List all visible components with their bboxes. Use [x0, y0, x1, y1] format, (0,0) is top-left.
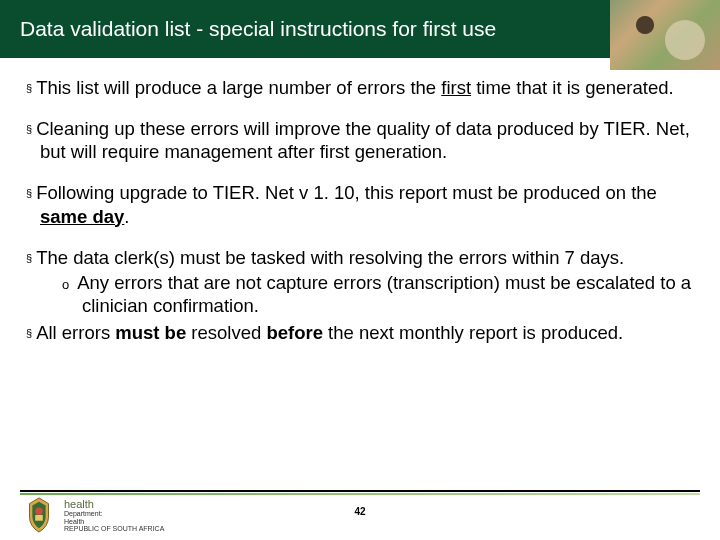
footer: health Department: Health REPUBLIC OF SO… — [0, 490, 720, 540]
bullet-4: §The data clerk(s) must be tasked with r… — [26, 246, 694, 269]
bullet-text: resolved — [186, 322, 266, 343]
dept-sub1: Department: — [64, 510, 164, 518]
svg-point-0 — [35, 507, 43, 515]
bullet-text: This list will produce a large number of… — [36, 77, 441, 98]
bullet-text: All errors — [36, 322, 115, 343]
bullet-text: . — [124, 206, 129, 227]
bullet-icon: § — [26, 252, 32, 264]
title-bar: Data validation list - special instructi… — [0, 0, 720, 58]
coat-of-arms-icon — [20, 496, 58, 534]
bullet-2: §Cleaning up these errors will improve t… — [26, 117, 694, 163]
bullet-text: Following upgrade to TIER. Net v 1. 10, … — [36, 182, 657, 203]
bullet-bold: before — [266, 322, 323, 343]
page-number: 42 — [354, 506, 365, 517]
bullet-block-4: §The data clerk(s) must be tasked with r… — [26, 246, 694, 345]
bullet-text: the next monthly report is produced. — [323, 322, 623, 343]
footer-divider — [20, 490, 700, 492]
bullet-bold: must be — [115, 322, 186, 343]
dept-name: health — [64, 498, 164, 510]
bullet-icon: § — [26, 82, 32, 94]
bullet-bold: same day — [40, 206, 124, 227]
bullet-icon: § — [26, 187, 32, 199]
bullet-underline: first — [441, 77, 471, 98]
slide-title: Data validation list - special instructi… — [20, 17, 496, 41]
bullet-text: The data clerk(s) must be tasked with re… — [36, 247, 624, 268]
bullet-icon: § — [26, 327, 32, 339]
dept-sub2: Health — [64, 518, 164, 526]
sub-bullet-4a: oAny errors that are not capture errors … — [26, 271, 694, 317]
bullet-5: §All errors must be resolved before the … — [26, 321, 694, 344]
dept-sub3: REPUBLIC OF SOUTH AFRICA — [64, 525, 164, 533]
content-area: §This list will produce a large number o… — [0, 58, 720, 344]
department-label: health Department: Health REPUBLIC OF SO… — [64, 498, 164, 533]
sub-bullet-icon: o — [62, 277, 69, 292]
bullet-icon: § — [26, 123, 32, 135]
svg-rect-1 — [35, 515, 43, 521]
header-photo — [610, 0, 720, 70]
bullet-text: Cleaning up these errors will improve th… — [36, 118, 690, 162]
bullet-1: §This list will produce a large number o… — [26, 76, 694, 99]
sub-bullet-text: Any errors that are not capture errors (… — [77, 272, 691, 316]
bullet-text: time that it is generated. — [471, 77, 674, 98]
bullet-3: §Following upgrade to TIER. Net v 1. 10,… — [26, 181, 694, 227]
